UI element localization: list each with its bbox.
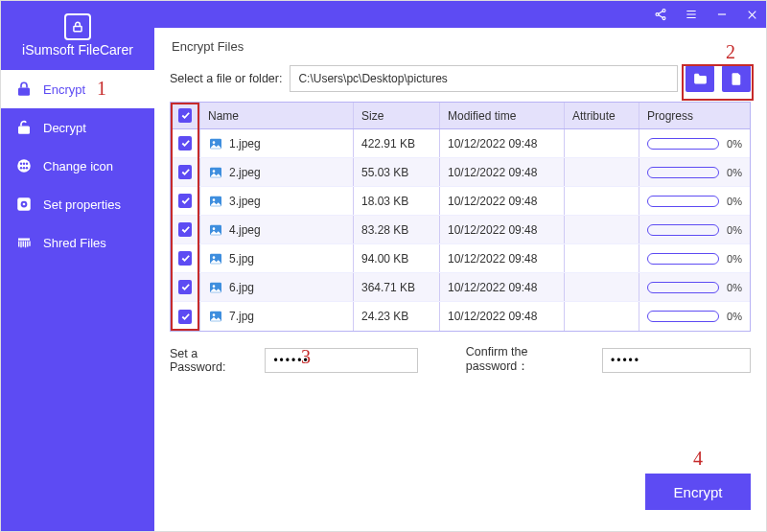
- sidebar-item-encrypt[interactable]: Encrypt 1: [1, 70, 154, 108]
- section-title: Encrypt Files: [172, 39, 751, 54]
- svg-point-12: [23, 203, 26, 206]
- browse-file-button[interactable]: [722, 65, 751, 92]
- lock-box-icon: [64, 13, 91, 40]
- path-input[interactable]: [290, 65, 678, 92]
- progress-bar: [647, 253, 719, 265]
- progress-bar: [647, 138, 719, 150]
- sidebar-item-decrypt[interactable]: Decrypt: [1, 108, 154, 147]
- file-name: 2.jpeg: [229, 166, 261, 179]
- annotation-1: 1: [97, 78, 106, 100]
- table-row[interactable]: 3.jpeg18.03 KB10/12/2022 09:480%: [171, 187, 750, 216]
- table-row[interactable]: 2.jpeg55.03 KB10/12/2022 09:480%: [171, 158, 750, 187]
- progress-bar: [647, 196, 719, 207]
- file-icon: [730, 71, 744, 87]
- share-icon[interactable]: [654, 8, 667, 21]
- set-password-label: Set a Password:: [170, 347, 255, 374]
- progress-percent: 0%: [727, 138, 742, 150]
- row-checkbox[interactable]: [178, 194, 192, 208]
- file-attribute: [564, 302, 639, 331]
- file-attribute: [564, 273, 639, 301]
- browse-folder-button[interactable]: [686, 65, 714, 92]
- brand: iSumsoft FileCarer: [1, 1, 154, 70]
- content: Encrypt Files Select a file or folder: 2…: [154, 28, 766, 531]
- file-attribute: [564, 129, 639, 157]
- file-size: 364.71 KB: [353, 273, 439, 301]
- row-checkbox[interactable]: [178, 251, 192, 266]
- menu-icon[interactable]: [685, 8, 698, 21]
- select-label: Select a file or folder:: [170, 72, 282, 85]
- confirm-password-input[interactable]: [602, 348, 751, 373]
- file-name: 7.jpg: [229, 310, 254, 323]
- file-modified: 10/12/2022 09:48: [439, 158, 564, 186]
- svg-rect-0: [74, 26, 81, 31]
- svg-point-8: [23, 167, 25, 169]
- progress-percent: 0%: [727, 253, 742, 265]
- confirm-password-label: Confirm the password：: [466, 345, 593, 375]
- table-row[interactable]: 4.jpeg83.28 KB10/12/2022 09:480%: [171, 216, 750, 244]
- svg-point-21: [213, 198, 216, 201]
- set-password-input[interactable]: [265, 348, 418, 373]
- col-name[interactable]: Name: [199, 103, 353, 128]
- file-modified: 10/12/2022 09:48: [439, 216, 564, 243]
- progress-percent: 0%: [727, 282, 742, 293]
- file-modified: 10/12/2022 09:48: [439, 302, 564, 331]
- close-icon[interactable]: [746, 9, 758, 21]
- minimize-icon[interactable]: [715, 8, 729, 21]
- sidebar-item-shred-files[interactable]: Shred Files: [1, 223, 154, 262]
- image-file-icon: [208, 309, 223, 324]
- progress-percent: 0%: [727, 224, 742, 236]
- brand-label: iSumsoft FileCarer: [22, 42, 133, 58]
- svg-point-17: [213, 141, 216, 144]
- file-size: 422.91 KB: [353, 129, 439, 157]
- file-attribute: [564, 158, 639, 186]
- file-attribute: [564, 216, 639, 243]
- svg-rect-1: [18, 88, 30, 96]
- svg-point-4: [20, 163, 22, 165]
- titlebar: [154, 1, 766, 28]
- file-modified: 10/12/2022 09:48: [439, 129, 564, 157]
- svg-point-6: [26, 163, 28, 165]
- svg-point-5: [23, 163, 25, 165]
- svg-point-7: [20, 167, 22, 169]
- svg-point-9: [26, 167, 28, 169]
- password-row: Set a Password: 3 Confirm the password：: [170, 345, 751, 375]
- image-file-icon: [208, 280, 223, 295]
- file-name: 3.jpeg: [229, 195, 261, 208]
- table-row[interactable]: 7.jpg24.23 KB10/12/2022 09:480%: [171, 302, 750, 331]
- encrypt-button[interactable]: Encrypt: [645, 474, 751, 510]
- annotation-4: 4: [693, 448, 703, 470]
- file-size: 83.28 KB: [353, 216, 439, 243]
- row-checkbox[interactable]: [178, 136, 192, 150]
- progress-percent: 0%: [727, 196, 742, 207]
- file-size: 55.03 KB: [353, 158, 439, 186]
- table-row[interactable]: 6.jpg364.71 KB10/12/2022 09:480%: [171, 273, 750, 302]
- row-checkbox[interactable]: [178, 310, 192, 324]
- svg-point-19: [213, 170, 216, 173]
- table-row[interactable]: 1.jpeg422.91 KB10/12/2022 09:480%: [171, 129, 750, 158]
- lock-icon: [14, 80, 34, 99]
- row-checkbox[interactable]: [178, 165, 192, 179]
- col-progress[interactable]: Progress: [639, 103, 750, 128]
- table-body: 1.jpeg422.91 KB10/12/2022 09:480%2.jpeg5…: [171, 129, 750, 331]
- col-modified[interactable]: Modified time: [439, 103, 564, 128]
- table-row[interactable]: 5.jpg94.00 KB10/12/2022 09:480%: [171, 244, 750, 273]
- row-checkbox[interactable]: [178, 280, 192, 294]
- file-modified: 10/12/2022 09:48: [439, 187, 564, 215]
- sidebar-item-change-icon[interactable]: Change icon: [1, 147, 154, 185]
- folder-icon: [692, 71, 709, 87]
- col-attribute[interactable]: Attribute: [564, 103, 639, 128]
- row-checkbox[interactable]: [178, 222, 192, 237]
- file-name: 6.jpg: [229, 281, 254, 294]
- file-name: 5.jpg: [229, 252, 254, 266]
- progress-bar: [647, 167, 719, 178]
- file-name: 4.jpeg: [229, 223, 261, 237]
- svg-point-23: [213, 227, 216, 230]
- file-modified: 10/12/2022 09:48: [439, 273, 564, 301]
- sidebar-item-label: Shred Files: [43, 236, 106, 250]
- col-size[interactable]: Size: [353, 103, 439, 128]
- sidebar-item-set-properties[interactable]: Set properties: [1, 185, 154, 223]
- progress-bar: [647, 311, 719, 322]
- sidebar-item-label: Change icon: [43, 159, 113, 173]
- file-size: 94.00 KB: [353, 244, 439, 272]
- header-checkbox[interactable]: [171, 103, 199, 128]
